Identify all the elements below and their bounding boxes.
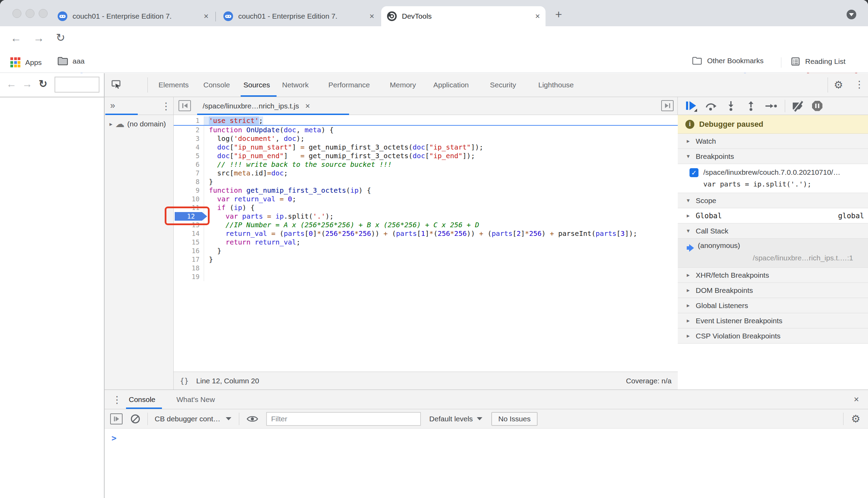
line-number[interactable]: 10 — [174, 195, 204, 203]
panel-tab-performance[interactable]: Performance — [328, 73, 370, 97]
no-issues-button[interactable]: No Issues — [491, 412, 537, 426]
code-line-18[interactable]: 18 — [174, 264, 678, 272]
reload-icon[interactable]: ↻ — [56, 31, 65, 44]
screencast-forward-icon[interactable]: → — [22, 78, 32, 90]
apps-shortcut[interactable]: Apps — [10, 57, 42, 67]
line-number[interactable]: 16 — [174, 247, 204, 255]
show-debugger-panel-icon[interactable] — [661, 100, 674, 111]
tab-close-icon[interactable]: × — [204, 11, 209, 21]
callstack-frame[interactable]: (anonymous) /space/linuxbre…rich_ips.t.…… — [678, 239, 868, 268]
code-text[interactable]: doc["ip_num_end"] = get_numip_first_3_oc… — [204, 152, 475, 160]
line-number[interactable]: 18 — [174, 264, 204, 272]
code-line-10[interactable]: 10 var return_val = 0; — [174, 195, 678, 203]
line-number[interactable]: 2 — [174, 126, 204, 134]
panel-tab-console[interactable]: Console — [203, 73, 230, 97]
console-filter-input[interactable] — [266, 412, 421, 426]
panel-tab-network[interactable]: Network — [282, 73, 309, 97]
step-out-icon[interactable] — [745, 101, 757, 111]
live-expression-eye-icon[interactable] — [246, 414, 259, 423]
code-text[interactable]: } — [204, 247, 221, 255]
code-line-13[interactable]: 13 //IP Number = A x (256*256*256) + B x… — [174, 221, 678, 229]
code-lines[interactable]: 1'use strict';2function OnUpdate(doc, me… — [174, 115, 678, 372]
code-line-17[interactable]: 17} — [174, 255, 678, 264]
log-levels-selector[interactable]: Default levels — [429, 415, 473, 423]
window-minimize-button[interactable] — [26, 9, 35, 18]
editor-file-tab[interactable]: /space/linuxbre…nrich_ips.t.js × — [197, 97, 349, 115]
code-text[interactable]: function get_numip_first_3_octets(ip) { — [204, 186, 371, 195]
code-line-15[interactable]: 15 return return_val; — [174, 238, 678, 247]
code-text[interactable] — [204, 272, 209, 281]
drawer-menu-icon[interactable]: ⋮ — [112, 394, 122, 405]
code-line-16[interactable]: 16 } — [174, 247, 678, 255]
window-close-button[interactable] — [12, 9, 21, 18]
expand-arrow-icon[interactable]: ▸ — [687, 212, 693, 219]
show-console-sidebar-icon[interactable] — [110, 413, 123, 424]
code-text[interactable]: //IP Number = A x (256*256*256) + B x (2… — [204, 221, 479, 229]
code-line-11[interactable]: 11 if (ip) { — [174, 203, 678, 212]
code-line-9[interactable]: 9function get_numip_first_3_octets(ip) { — [174, 186, 678, 195]
code-text[interactable]: src[meta.id]=doc; — [204, 169, 288, 178]
screencast-url-input[interactable] — [55, 77, 99, 93]
collapse-arrow-icon[interactable]: ▸ — [687, 332, 693, 339]
other-bookmarks[interactable]: Other Bookmarks — [692, 57, 763, 65]
screencast-reload-icon[interactable]: ↻ — [39, 78, 47, 90]
code-line-1[interactable]: 1'use strict'; — [174, 116, 678, 126]
scope-global-row[interactable]: ▸ Global global — [678, 208, 868, 223]
console-settings-gear-icon[interactable]: ⚙ — [851, 413, 860, 425]
settings-gear-icon[interactable]: ⚙ — [834, 79, 843, 91]
collapse-arrow-icon[interactable]: ▾ — [687, 227, 693, 234]
line-number[interactable]: 7 — [174, 169, 204, 178]
step-over-icon[interactable] — [705, 101, 717, 111]
line-number[interactable]: 3 — [174, 134, 204, 143]
collapse-arrow-icon[interactable]: ▸ — [687, 317, 693, 324]
code-text[interactable]: var return_val = 0; — [204, 195, 296, 203]
new-tab-button[interactable]: + — [555, 8, 562, 21]
section-global-listeners[interactable]: ▸ Global Listeners — [678, 298, 868, 313]
drawer-close-icon[interactable]: × — [854, 394, 859, 405]
step-into-icon[interactable] — [725, 101, 737, 111]
code-line-3[interactable]: 3 log('document', doc); — [174, 134, 678, 143]
section-callstack[interactable]: ▾ Call Stack — [678, 223, 868, 239]
section-csp-breakpoints[interactable]: ▸ CSP Violation Breakpoints — [678, 328, 868, 344]
expand-arrow-icon[interactable]: ▸ — [109, 121, 113, 128]
code-line-6[interactable]: 6 // !!! write back to the source bucket… — [174, 160, 678, 169]
tab-close-icon[interactable]: × — [535, 11, 540, 21]
pretty-print-icon[interactable]: {} — [180, 377, 189, 385]
collapse-arrow-icon[interactable]: ▾ — [687, 197, 693, 204]
panel-tab-application[interactable]: Application — [433, 73, 469, 97]
reading-list[interactable]: Reading List — [791, 57, 846, 66]
browser-tab-1[interactable]: couch01 - Enterprise Edition 7. × — [52, 6, 214, 26]
section-xhr-breakpoints[interactable]: ▸ XHR/fetch Breakpoints — [678, 268, 868, 283]
line-number[interactable]: 5 — [174, 152, 204, 160]
more-tabs-icon[interactable]: » — [110, 100, 115, 111]
screencast-back-icon[interactable]: ← — [6, 78, 17, 90]
code-line-5[interactable]: 5 doc["ip_num_end"] = get_numip_first_3_… — [174, 152, 678, 160]
breakpoint-checkbox[interactable]: ✓ — [689, 168, 698, 177]
code-text[interactable]: } — [204, 178, 213, 186]
clear-console-icon[interactable] — [131, 414, 140, 423]
browser-tab-devtools[interactable]: DevTools × — [381, 6, 546, 26]
deactivate-breakpoints-icon[interactable] — [793, 102, 804, 111]
forward-icon[interactable]: → — [33, 32, 44, 45]
devtools-menu-icon[interactable]: ⋮ — [855, 79, 864, 90]
drawer-tab-console[interactable]: Console — [129, 390, 155, 409]
code-line-4[interactable]: 4 doc["ip_num_start"] = get_numip_first_… — [174, 143, 678, 152]
console-context-selector[interactable]: CB debugger cont… — [155, 415, 220, 423]
window-zoom-button[interactable] — [39, 9, 48, 18]
code-line-7[interactable]: 7 src[meta.id]=doc; — [174, 169, 678, 178]
inspect-element-icon[interactable] — [110, 79, 122, 90]
collapse-arrow-icon[interactable]: ▸ — [687, 137, 693, 145]
step-icon[interactable] — [765, 101, 777, 111]
browser-tab-2[interactable]: couch01 - Enterprise Edition 7. × — [218, 6, 380, 26]
drawer-tab-whats-new[interactable]: What's New — [176, 390, 215, 409]
line-number[interactable]: 4 — [174, 143, 204, 152]
section-breakpoints[interactable]: ▾ Breakpoints — [678, 149, 868, 164]
code-text[interactable]: var parts = ip.split('.'); — [204, 212, 334, 221]
code-text[interactable]: } — [204, 255, 213, 264]
context-dropdown-icon[interactable] — [226, 417, 231, 420]
panel-tab-lighthouse[interactable]: Lighthouse — [538, 73, 574, 97]
collapse-arrow-icon[interactable]: ▾ — [687, 153, 693, 160]
hide-navigator-icon[interactable] — [179, 100, 191, 111]
breakpoint-entry[interactable]: ✓ /space/linuxbrew/couch.7.0.0.20210710/… — [678, 164, 868, 193]
line-number[interactable]: 14 — [174, 229, 204, 238]
